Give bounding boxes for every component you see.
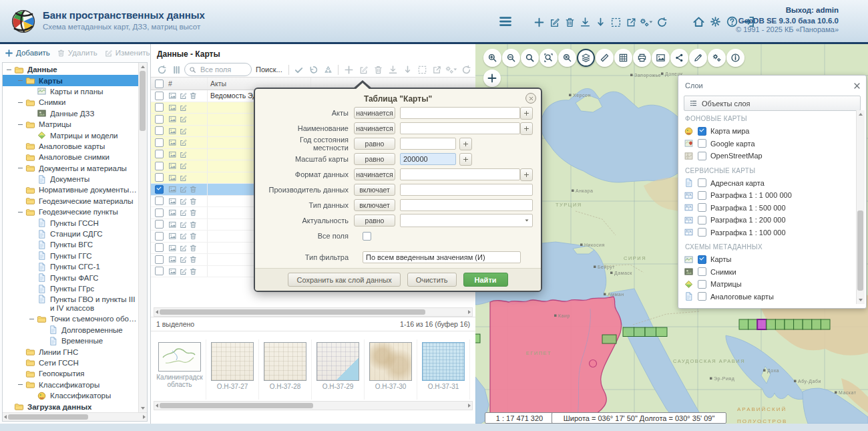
layers-close-icon[interactable]	[853, 82, 861, 90]
sheet-cell[interactable]	[785, 319, 794, 329]
row-edit-icon[interactable]	[179, 174, 188, 182]
hash-column-header[interactable]: #	[167, 80, 207, 88]
tree-collapse-toggle[interactable]	[18, 124, 23, 125]
add-button[interactable]: Добавить	[5, 49, 50, 57]
tree-item[interactable]: Сети ГССН	[3, 357, 138, 368]
tree-item[interactable]: Данные ДЗЗ	[3, 108, 138, 119]
row-checkbox[interactable]	[155, 126, 164, 135]
row-edit-icon[interactable]	[179, 244, 188, 253]
zoom-out-button[interactable]	[502, 49, 520, 67]
row-edit-icon[interactable]	[179, 162, 188, 170]
row-image-icon[interactable]	[168, 174, 177, 182]
sheet-cell[interactable]	[645, 327, 656, 337]
import-icon[interactable]	[593, 14, 608, 30]
tree-collapse-toggle[interactable]	[18, 212, 23, 212]
save-as-layer-button[interactable]: Сохранить как слой данных	[288, 273, 400, 287]
delete-icon[interactable]	[371, 63, 385, 76]
tree-item[interactable]: Геодезические материалы	[3, 196, 138, 206]
sheet-cell[interactable]	[767, 319, 776, 329]
row-checkbox[interactable]	[155, 243, 164, 252]
layer-item[interactable]: Матрицы	[684, 278, 854, 291]
filter-value-dropdown[interactable]	[400, 214, 533, 227]
row-delete-icon[interactable]	[189, 208, 198, 217]
tree-item[interactable]: Точки съемочного обоснования	[3, 313, 138, 324]
select-frame-icon[interactable]	[415, 63, 429, 76]
row-image-icon[interactable]	[168, 267, 177, 276]
services-icon[interactable]	[639, 14, 654, 30]
tree-item[interactable]: Документы и материалы	[3, 163, 138, 174]
tree-item[interactable]: Классификаторы	[3, 390, 138, 401]
tree-item[interactable]: Карты и планы	[3, 86, 138, 97]
tree-item[interactable]: Карты	[3, 75, 138, 86]
layer-item[interactable]: Карта мира	[684, 125, 854, 138]
layer-checkbox[interactable]	[698, 191, 706, 200]
sheet-cell[interactable]	[748, 319, 758, 329]
layer-item[interactable]: OpenStreetMap	[684, 150, 854, 162]
tree-item[interactable]: Матрицы и модели	[3, 130, 138, 140]
row-checkbox[interactable]	[155, 115, 164, 124]
refresh-icon[interactable]	[654, 14, 669, 30]
filter-operator-button[interactable]: равно	[354, 153, 395, 165]
tree-collapse-toggle[interactable]	[18, 168, 23, 168]
search-area-button[interactable]	[539, 49, 558, 67]
zoom-in-button[interactable]	[483, 49, 501, 67]
layers-button[interactable]	[577, 49, 595, 67]
sheet-cell[interactable]	[821, 319, 830, 329]
table-horizontal-scrollbar[interactable]	[154, 307, 473, 317]
row-edit-icon[interactable]	[179, 185, 188, 194]
row-checkbox[interactable]	[155, 92, 164, 100]
layer-item[interactable]: Снимки	[684, 266, 854, 279]
row-checkbox[interactable]	[155, 138, 164, 147]
row-delete-icon[interactable]	[189, 221, 198, 229]
row-image-icon[interactable]	[168, 232, 177, 241]
layer-checkbox[interactable]	[698, 255, 706, 264]
select-frame-icon[interactable]	[608, 14, 623, 30]
filter-value-input[interactable]	[400, 199, 533, 211]
row-checkbox[interactable]	[155, 220, 164, 229]
clear-button[interactable]: Очистить	[407, 273, 457, 287]
filter-value-input[interactable]	[400, 107, 520, 119]
delete-icon[interactable]	[562, 14, 577, 30]
apply-icon[interactable]	[292, 63, 305, 76]
tree-item[interactable]: Данные	[3, 64, 138, 75]
add-icon[interactable]	[342, 63, 355, 76]
row-image-icon[interactable]	[168, 197, 177, 206]
add-condition-button[interactable]	[459, 153, 472, 166]
layer-checkbox[interactable]	[698, 152, 706, 160]
select-all-checkbox[interactable]	[155, 80, 164, 88]
row-image-icon[interactable]	[168, 208, 177, 217]
tree-item[interactable]: Пункты ФАГС	[3, 272, 138, 283]
sheet-cell[interactable]	[775, 319, 785, 329]
layer-checkbox[interactable]	[698, 292, 706, 301]
tree-item[interactable]: Пункты ГВО и пункты III и IV классов	[3, 294, 138, 313]
info-button[interactable]	[726, 49, 744, 67]
tree-item[interactable]: Временные	[3, 335, 138, 346]
filter-value-input[interactable]	[400, 153, 456, 165]
draw-button[interactable]	[689, 49, 707, 67]
measure-button[interactable]	[596, 49, 614, 67]
row-delete-icon[interactable]	[189, 244, 198, 253]
filter-operator-button[interactable]: начинается	[354, 122, 395, 134]
filter-operator-button[interactable]: начинается	[354, 107, 395, 119]
layer-checkbox[interactable]	[698, 228, 706, 237]
sheet-cell[interactable]	[739, 319, 748, 329]
row-edit-icon[interactable]	[179, 115, 188, 124]
sheet-cell[interactable]	[812, 319, 821, 329]
row-checkbox[interactable]	[155, 162, 164, 170]
layer-item[interactable]: Аналоговые снимки	[684, 303, 854, 304]
grid-button[interactable]	[614, 49, 632, 67]
row-checkbox[interactable]	[155, 150, 164, 158]
row-image-icon[interactable]	[168, 185, 177, 194]
filter-value-input[interactable]	[400, 138, 456, 150]
refresh-icon[interactable]	[155, 63, 168, 76]
row-edit-icon[interactable]	[179, 208, 188, 217]
tree-collapse-toggle[interactable]	[7, 69, 11, 70]
layer-item[interactable]: Разграфка 1 : 1 000 000	[684, 189, 854, 202]
sheet-cell[interactable]	[623, 327, 634, 337]
filter-operator-button[interactable]: равно	[354, 138, 395, 150]
filter-value-input[interactable]	[400, 122, 520, 134]
row-delete-icon[interactable]	[189, 185, 198, 194]
layer-item[interactable]: Разграфка 1 : 500 000	[684, 202, 854, 214]
row-delete-icon[interactable]	[189, 92, 198, 100]
sheet-cell[interactable]	[634, 327, 646, 337]
